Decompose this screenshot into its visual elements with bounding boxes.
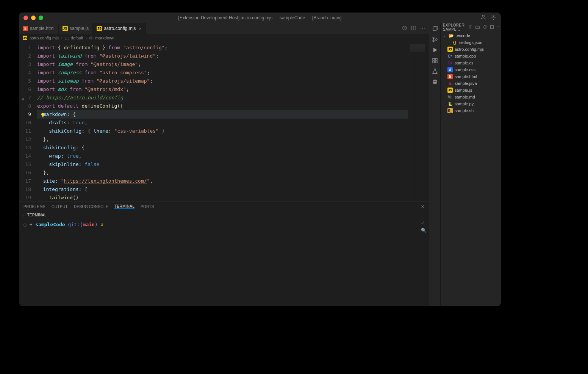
panel-tab-terminal[interactable]: TERMINAL [114,204,134,209]
more-icon[interactable]: ⋯ [420,26,425,31]
gutter-marker-icon[interactable] [22,98,24,100]
explorer-file[interactable]: M↓sample.md [441,94,501,100]
code-line[interactable]: drafts: true, [37,119,408,127]
line-gutter: 12345678910111213141516171819 [19,42,37,202]
code-line[interactable]: wrap: true, [37,152,408,160]
code-line[interactable]: integrations: [ [37,185,408,194]
lightbulb-icon[interactable]: 💡 [40,113,45,118]
explorer-file[interactable]: #sample.css [441,66,501,73]
panel-tab-output[interactable]: OUTPUT [52,205,68,209]
line-number: 3 [19,60,37,69]
html-file-icon: 5 [23,26,28,31]
code-line[interactable]: import { defineConfig } from "astro/conf… [37,44,408,52]
search-icon[interactable]: 🔍 [421,228,427,233]
new-file-icon[interactable] [468,25,473,30]
extensions-icon[interactable] [432,57,438,64]
explorer-tree: ⌄📂.vscode{}settings.jsonJSastro.config.m… [441,31,501,115]
new-folder-icon[interactable] [475,25,480,30]
line-number: 8 [19,102,37,110]
terminal[interactable]: ⤢ 🔍 ○ ➜ sampleCode git:(main) ✗ [19,219,429,306]
code-line[interactable]: import sitemap from "@astrojs/sitemap"; [37,77,408,85]
code-line[interactable]: import tailwind from "@astrojs/tailwind"… [37,52,408,60]
code-line[interactable]: }, [37,135,408,144]
code-line[interactable]: // https://astro.build/config [37,94,408,102]
code-line[interactable]: shikiConfig: { [37,144,408,152]
svg-point-1 [493,17,494,18]
explorer-file[interactable]: ♨sample.java [441,80,501,87]
explorer-file[interactable]: C⁺sample.cpp [441,53,501,59]
js-file-icon: JS [447,47,453,52]
history-icon[interactable] [402,25,407,32]
line-number: 6 [19,85,37,94]
panel-tab-problems[interactable]: PROBLEMS [23,205,45,209]
close-window-button[interactable] [23,16,28,20]
maximize-window-button[interactable] [39,16,43,20]
test-icon[interactable] [432,68,438,75]
collapse-icon[interactable] [489,25,494,30]
svg-rect-11 [433,61,435,63]
settings-gear-icon[interactable] [491,14,496,21]
vscode-window: [Extension Development Host] astro.confi… [19,13,501,306]
source-control-icon[interactable] [432,36,438,43]
breadcrumb-symbol[interactable]: markdown [95,36,114,40]
breadcrumb-symbol[interactable]: default [71,36,83,40]
property-icon: ⚙ [89,36,93,41]
tab-sample-html[interactable]: 5 sample.html [19,23,59,34]
code-line[interactable]: import compress from "astro-compress"; [37,69,408,77]
copy-icon[interactable] [432,25,438,32]
code-line[interactable]: markdown: { [37,110,408,119]
code-line[interactable]: shikiConfig: { theme: "css-variables" } [37,127,408,135]
breadcrumb[interactable]: JS astro.config.mjs › ⬚ default › ⚙ mark… [19,34,429,42]
run-icon[interactable] [432,47,438,53]
svg-point-7 [433,40,434,42]
file-name: sample.cs [455,61,474,65]
close-panel-icon[interactable]: × [421,203,424,210]
editor-tabs: 5 sample.html JS sample.js JS astro.conf… [19,23,429,34]
code-line[interactable]: import mdx from "@astrojs/mdx"; [37,85,408,94]
code-editor[interactable]: 💡 12345678910111213141516171819 import {… [19,42,429,202]
traffic-lights [19,16,43,20]
explorer-file[interactable]: {}settings.json [441,39,501,46]
code-line[interactable]: skipInline: false [37,160,408,169]
explorer-file[interactable]: C#sample.cs [441,59,501,66]
minimap[interactable] [408,42,429,202]
svg-rect-5 [433,27,436,31]
minimize-window-button[interactable] [31,16,36,20]
panel-tab-ports[interactable]: PORTS [141,205,154,209]
js-file-icon: JS [63,26,68,31]
split-editor-icon[interactable] [411,25,416,32]
account-icon[interactable] [480,14,486,21]
code-line[interactable]: tailwind() [37,194,408,202]
explorer-file[interactable]: 5sample.html [441,73,501,80]
code-line[interactable]: import image from "@astrojs/image"; [37,60,408,69]
html-file-icon: 5 [447,74,453,79]
explorer-file[interactable]: 🐍sample.py [441,100,501,107]
refresh-icon[interactable] [482,25,487,30]
line-number: 7 [19,94,37,102]
code-line[interactable]: export default defineConfig({ [37,102,408,110]
panel-header[interactable]: ⌄ TERMINAL [19,211,429,219]
code-content[interactable]: import { defineConfig } from "astro/conf… [37,42,408,202]
bottom-panel: PROBLEMS OUTPUT DEBUG CONSOLE TERMINAL P… [19,202,429,306]
panel-tab-debug[interactable]: DEBUG CONSOLE [74,205,108,209]
close-tab-icon[interactable]: × [139,26,142,31]
line-number: 5 [19,77,37,85]
explorer-folder-vscode[interactable]: ⌄📂.vscode [441,32,501,39]
code-line[interactable]: }, [37,169,408,177]
no-entry-icon[interactable] [432,78,438,85]
more-icon[interactable]: ⋯ [497,25,500,30]
code-line[interactable]: site: "https://lexingtonthemes.com/", [37,177,408,185]
tab-sample-js[interactable]: JS sample.js [59,23,93,34]
explorer-file[interactable]: JSsample.js [441,87,501,94]
explorer-file[interactable]: JSastro.config.mjs [441,46,501,53]
file-name: sample.css [455,67,475,72]
file-name: sample.md [455,95,475,99]
explorer-file[interactable]: $_sample.sh [441,107,501,114]
line-number: 17 [19,177,37,185]
line-number: 12 [19,135,37,144]
breadcrumb-file[interactable]: astro.config.mjs [30,36,59,40]
tab-astro-config[interactable]: JS astro.config.mjs × [93,23,146,34]
maximize-panel-icon[interactable]: ⤢ [421,220,427,225]
file-name: sample.cpp [455,54,476,58]
js-file-icon: JS [23,36,27,40]
